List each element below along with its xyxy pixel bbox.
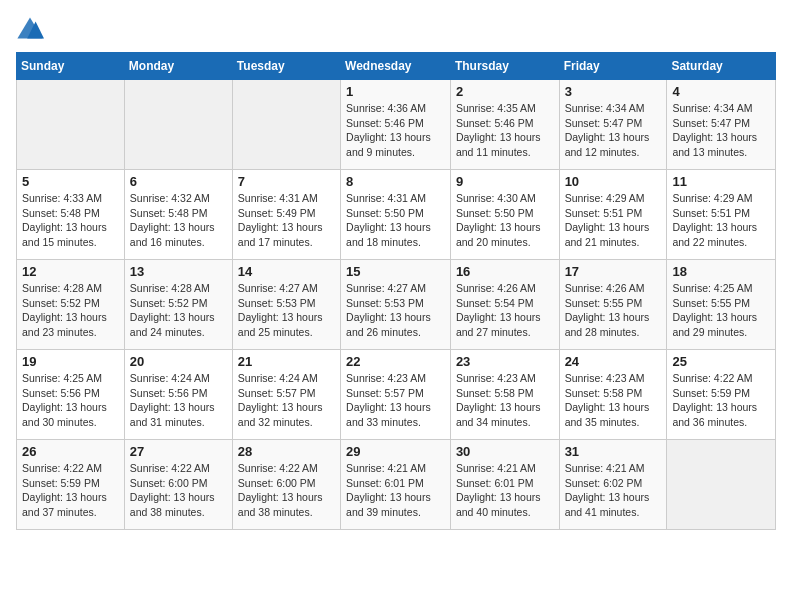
calendar-cell: 22 Sunrise: 4:23 AMSunset: 5:57 PMDaylig…: [341, 350, 451, 440]
day-number: 29: [346, 444, 445, 459]
calendar-cell: 5 Sunrise: 4:33 AMSunset: 5:48 PMDayligh…: [17, 170, 125, 260]
calendar-cell: 30 Sunrise: 4:21 AMSunset: 6:01 PMDaylig…: [450, 440, 559, 530]
day-info: Sunrise: 4:27 AMSunset: 5:53 PMDaylight:…: [346, 282, 431, 338]
day-number: 16: [456, 264, 554, 279]
day-number: 28: [238, 444, 335, 459]
day-number: 19: [22, 354, 119, 369]
day-info: Sunrise: 4:21 AMSunset: 6:01 PMDaylight:…: [456, 462, 541, 518]
day-info: Sunrise: 4:33 AMSunset: 5:48 PMDaylight:…: [22, 192, 107, 248]
calendar-cell: 25 Sunrise: 4:22 AMSunset: 5:59 PMDaylig…: [667, 350, 776, 440]
weekday-header: Thursday: [450, 53, 559, 80]
day-info: Sunrise: 4:21 AMSunset: 6:01 PMDaylight:…: [346, 462, 431, 518]
day-number: 18: [672, 264, 770, 279]
day-number: 5: [22, 174, 119, 189]
calendar-cell: 20 Sunrise: 4:24 AMSunset: 5:56 PMDaylig…: [124, 350, 232, 440]
calendar-cell: 2 Sunrise: 4:35 AMSunset: 5:46 PMDayligh…: [450, 80, 559, 170]
calendar-cell: [667, 440, 776, 530]
day-info: Sunrise: 4:30 AMSunset: 5:50 PMDaylight:…: [456, 192, 541, 248]
calendar-cell: 24 Sunrise: 4:23 AMSunset: 5:58 PMDaylig…: [559, 350, 667, 440]
day-info: Sunrise: 4:21 AMSunset: 6:02 PMDaylight:…: [565, 462, 650, 518]
calendar-week-row: 26 Sunrise: 4:22 AMSunset: 5:59 PMDaylig…: [17, 440, 776, 530]
day-number: 8: [346, 174, 445, 189]
day-number: 4: [672, 84, 770, 99]
day-number: 11: [672, 174, 770, 189]
day-number: 2: [456, 84, 554, 99]
day-info: Sunrise: 4:24 AMSunset: 5:57 PMDaylight:…: [238, 372, 323, 428]
day-number: 12: [22, 264, 119, 279]
weekday-header: Saturday: [667, 53, 776, 80]
day-number: 1: [346, 84, 445, 99]
calendar-cell: 15 Sunrise: 4:27 AMSunset: 5:53 PMDaylig…: [341, 260, 451, 350]
day-number: 14: [238, 264, 335, 279]
calendar-week-row: 5 Sunrise: 4:33 AMSunset: 5:48 PMDayligh…: [17, 170, 776, 260]
calendar-cell: 27 Sunrise: 4:22 AMSunset: 6:00 PMDaylig…: [124, 440, 232, 530]
calendar-cell: 11 Sunrise: 4:29 AMSunset: 5:51 PMDaylig…: [667, 170, 776, 260]
day-number: 10: [565, 174, 662, 189]
day-number: 7: [238, 174, 335, 189]
weekday-header-row: SundayMondayTuesdayWednesdayThursdayFrid…: [17, 53, 776, 80]
day-number: 23: [456, 354, 554, 369]
calendar-cell: 21 Sunrise: 4:24 AMSunset: 5:57 PMDaylig…: [232, 350, 340, 440]
logo-icon: [16, 16, 44, 44]
calendar-cell: 10 Sunrise: 4:29 AMSunset: 5:51 PMDaylig…: [559, 170, 667, 260]
weekday-header: Tuesday: [232, 53, 340, 80]
day-info: Sunrise: 4:23 AMSunset: 5:58 PMDaylight:…: [565, 372, 650, 428]
calendar-week-row: 1 Sunrise: 4:36 AMSunset: 5:46 PMDayligh…: [17, 80, 776, 170]
calendar-cell: 14 Sunrise: 4:27 AMSunset: 5:53 PMDaylig…: [232, 260, 340, 350]
calendar-table: SundayMondayTuesdayWednesdayThursdayFrid…: [16, 52, 776, 530]
day-number: 13: [130, 264, 227, 279]
day-info: Sunrise: 4:25 AMSunset: 5:56 PMDaylight:…: [22, 372, 107, 428]
day-info: Sunrise: 4:31 AMSunset: 5:50 PMDaylight:…: [346, 192, 431, 248]
day-info: Sunrise: 4:27 AMSunset: 5:53 PMDaylight:…: [238, 282, 323, 338]
calendar-cell: [17, 80, 125, 170]
calendar-cell: 3 Sunrise: 4:34 AMSunset: 5:47 PMDayligh…: [559, 80, 667, 170]
calendar-cell: 31 Sunrise: 4:21 AMSunset: 6:02 PMDaylig…: [559, 440, 667, 530]
weekday-header: Friday: [559, 53, 667, 80]
day-number: 6: [130, 174, 227, 189]
day-info: Sunrise: 4:22 AMSunset: 6:00 PMDaylight:…: [238, 462, 323, 518]
day-number: 24: [565, 354, 662, 369]
day-info: Sunrise: 4:34 AMSunset: 5:47 PMDaylight:…: [565, 102, 650, 158]
day-number: 30: [456, 444, 554, 459]
calendar-week-row: 12 Sunrise: 4:28 AMSunset: 5:52 PMDaylig…: [17, 260, 776, 350]
day-number: 27: [130, 444, 227, 459]
day-number: 21: [238, 354, 335, 369]
calendar-week-row: 19 Sunrise: 4:25 AMSunset: 5:56 PMDaylig…: [17, 350, 776, 440]
day-info: Sunrise: 4:35 AMSunset: 5:46 PMDaylight:…: [456, 102, 541, 158]
calendar-cell: 29 Sunrise: 4:21 AMSunset: 6:01 PMDaylig…: [341, 440, 451, 530]
day-info: Sunrise: 4:28 AMSunset: 5:52 PMDaylight:…: [22, 282, 107, 338]
day-info: Sunrise: 4:22 AMSunset: 5:59 PMDaylight:…: [672, 372, 757, 428]
weekday-header: Monday: [124, 53, 232, 80]
day-info: Sunrise: 4:26 AMSunset: 5:54 PMDaylight:…: [456, 282, 541, 338]
calendar-cell: 19 Sunrise: 4:25 AMSunset: 5:56 PMDaylig…: [17, 350, 125, 440]
day-number: 9: [456, 174, 554, 189]
day-info: Sunrise: 4:36 AMSunset: 5:46 PMDaylight:…: [346, 102, 431, 158]
day-info: Sunrise: 4:28 AMSunset: 5:52 PMDaylight:…: [130, 282, 215, 338]
day-number: 20: [130, 354, 227, 369]
day-info: Sunrise: 4:31 AMSunset: 5:49 PMDaylight:…: [238, 192, 323, 248]
logo: [16, 16, 48, 44]
calendar-cell: 28 Sunrise: 4:22 AMSunset: 6:00 PMDaylig…: [232, 440, 340, 530]
calendar-cell: [232, 80, 340, 170]
day-info: Sunrise: 4:24 AMSunset: 5:56 PMDaylight:…: [130, 372, 215, 428]
calendar-cell: 9 Sunrise: 4:30 AMSunset: 5:50 PMDayligh…: [450, 170, 559, 260]
day-number: 31: [565, 444, 662, 459]
day-number: 15: [346, 264, 445, 279]
day-info: Sunrise: 4:29 AMSunset: 5:51 PMDaylight:…: [672, 192, 757, 248]
calendar-cell: 6 Sunrise: 4:32 AMSunset: 5:48 PMDayligh…: [124, 170, 232, 260]
calendar-cell: [124, 80, 232, 170]
page-header: [16, 16, 776, 44]
day-number: 17: [565, 264, 662, 279]
day-info: Sunrise: 4:25 AMSunset: 5:55 PMDaylight:…: [672, 282, 757, 338]
day-number: 25: [672, 354, 770, 369]
calendar-cell: 12 Sunrise: 4:28 AMSunset: 5:52 PMDaylig…: [17, 260, 125, 350]
weekday-header: Sunday: [17, 53, 125, 80]
weekday-header: Wednesday: [341, 53, 451, 80]
day-info: Sunrise: 4:29 AMSunset: 5:51 PMDaylight:…: [565, 192, 650, 248]
day-info: Sunrise: 4:23 AMSunset: 5:57 PMDaylight:…: [346, 372, 431, 428]
calendar-cell: 26 Sunrise: 4:22 AMSunset: 5:59 PMDaylig…: [17, 440, 125, 530]
calendar-cell: 8 Sunrise: 4:31 AMSunset: 5:50 PMDayligh…: [341, 170, 451, 260]
calendar-cell: 23 Sunrise: 4:23 AMSunset: 5:58 PMDaylig…: [450, 350, 559, 440]
day-number: 3: [565, 84, 662, 99]
calendar-cell: 4 Sunrise: 4:34 AMSunset: 5:47 PMDayligh…: [667, 80, 776, 170]
